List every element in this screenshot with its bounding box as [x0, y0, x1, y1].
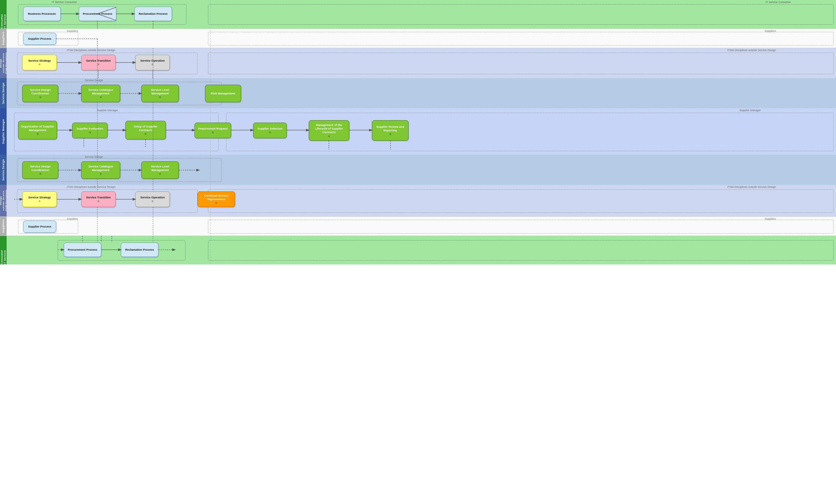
body-it-service-consumer-bottom: Procurement Process Reclamation Process — [6, 236, 836, 265]
section-label-itsm-bottom-right: ITSM Disciplines outside Service Design — [727, 186, 776, 189]
label-suppliers-top: Suppliers — [0, 29, 6, 48]
label-service-design-bottom: Service Design — [0, 155, 6, 185]
node-service-transition-top: Service Transition ⊞ — [81, 55, 116, 70]
row-it-service-consumer-bottom: IT Service Consumer Procurement Process … — [0, 236, 836, 265]
node-supplier-selection: Supplier Selection ⊞ — [253, 123, 287, 138]
group-suppliers-bottom-right — [208, 220, 834, 234]
group-it-consumer-top-right — [208, 4, 834, 25]
label-itsm-outside-bottom: ITSM Disciplines outside Service Design — [0, 185, 6, 216]
node-service-catalogue-mgmt-top: Service Catalogue Management ⊞ — [81, 85, 120, 102]
node-continual-service-improvement: Continual Service Improvement ⊞ — [197, 191, 235, 207]
section-label-itsm-top-left: ITSM Disciplines outside Service Design — [67, 49, 115, 52]
label-supplier-manager: Supplier Manager — [0, 108, 6, 155]
node-service-transition-bottom: Service Transition ⊞ — [81, 191, 116, 207]
label-itsm-outside-top: ITSM Disciplines outside Service Design — [0, 48, 6, 78]
group-it-consumer-bottom-right — [208, 240, 834, 260]
node-service-level-mgmt-bottom: Service Level Management ⊞ — [141, 161, 179, 179]
node-service-design-coord-bottom: Service Design Coordination ⊞ — [22, 161, 58, 179]
node-service-strategy-bottom: Service Strategy ⊞ — [22, 191, 57, 207]
node-org-supplier-mgmt: Organization of Supplier Management ⊞ — [18, 121, 57, 139]
row-service-design-top: Service Design Service Design Service De… — [0, 78, 836, 108]
row-it-service-consumer-top: IT Service Consumer IT Service Consumer … — [0, 0, 836, 28]
body-supplier-manager: Supplier Manager Supplier Manager Organi… — [6, 108, 836, 155]
section-label-supplier-manager-right: Supplier Manager — [740, 109, 761, 112]
section-label-itsm-bottom-left: ITSM Disciplines outside Service Design — [67, 186, 115, 189]
node-requirement-request: Requirement Request ⊞ — [194, 123, 231, 138]
node-service-level-mgmt-top: Service Level Management ⊞ — [141, 85, 179, 102]
node-risk-management-top: Risk Management — [205, 85, 241, 102]
row-supplier-manager: Supplier Manager Supplier Manager Suppli… — [0, 108, 836, 155]
row-itsm-outside-bottom: ITSM Disciplines outside Service Design … — [0, 185, 836, 216]
section-label-service-design-top: Service Design — [85, 79, 103, 82]
section-label-supplier-manager-left: Supplier Manager — [97, 109, 118, 112]
label-service-design-top: Service Design — [0, 78, 6, 108]
group-suppliers-top-right — [208, 32, 834, 46]
label-it-service-consumer-bottom: IT Service Consumer — [0, 236, 6, 265]
label-suppliers-bottom: Suppliers — [0, 217, 6, 236]
group-itsm-top-right — [208, 53, 834, 74]
node-service-operation-top: Service Operation ⊞ — [135, 55, 170, 70]
node-setup-supplier-contracts: Setup of Supplier Contracts ⊞ — [125, 121, 166, 139]
body-suppliers-top: Suppliers Suppliers Supplier Process — [6, 29, 836, 48]
node-business-processes: Business Processes — [23, 6, 61, 21]
node-procurement-process-top: Procurement Process — [79, 6, 116, 21]
diagram-root: IT Service Consumer IT Service Consumer … — [0, 0, 836, 504]
body-itsm-outside-bottom: ITSM Disciplines outside Service Design … — [6, 185, 836, 216]
body-it-service-consumer-top: IT Service Consumer IT Service Consumer … — [6, 0, 836, 28]
row-suppliers-top: Suppliers Suppliers Suppliers Supplier P… — [0, 28, 836, 48]
section-label-it-consumer-top-right: IT Service Consumer — [766, 1, 791, 4]
node-supplier-evaluation: Supplier Evaluation ⊞ — [72, 123, 108, 138]
node-reclamation-process-top: Reclamation Process — [134, 6, 172, 21]
body-itsm-outside-top: ITSM Disciplines outside Service Design … — [6, 48, 836, 78]
section-label-service-design-bottom: Service Design — [85, 155, 103, 158]
body-suppliers-bottom: Suppliers Suppliers Supplier Process — [6, 217, 836, 236]
node-procurement-process-bottom: Procurement Process — [64, 243, 101, 257]
row-suppliers-bottom: Suppliers Suppliers Suppliers Supplier P… — [0, 216, 836, 236]
label-it-service-consumer-top: IT Service Consumer — [0, 0, 6, 28]
node-service-strategy-top: Service Strategy ⊞ — [22, 55, 57, 70]
group-itsm-bottom-right — [208, 189, 834, 213]
node-service-design-coord-top: Service Design Coordination ⊞ — [22, 85, 58, 102]
node-service-catalogue-mgmt-bottom: Service Catalogue Management ⊞ — [81, 161, 120, 179]
node-supplier-process-top: Supplier Process — [23, 33, 56, 45]
node-mgmt-lifecycle-supplier: Management of the Lifecycle of Supplier … — [309, 120, 349, 141]
node-supplier-review-reporting: Supplier Review and Reporting ⊞ — [372, 120, 408, 141]
row-itsm-outside-top: ITSM Disciplines outside Service Design … — [0, 48, 836, 78]
section-label-itsm-top-right: ITSM Disciplines outside Service Design — [727, 49, 776, 52]
node-reclamation-process-bottom: Reclamation Process — [121, 243, 158, 257]
body-service-design-bottom: Service Design Service Design Coordinati… — [6, 155, 836, 185]
node-supplier-process-bottom: Supplier Process — [23, 220, 56, 233]
node-service-operation-bottom: Service Operation ⊞ — [135, 191, 170, 207]
body-service-design-top: Service Design Service Design Coordinati… — [6, 78, 836, 108]
row-service-design-bottom: Service Design Service Design Service De… — [0, 155, 836, 185]
section-label-it-consumer-top-left: IT Service Consumer — [52, 1, 77, 4]
